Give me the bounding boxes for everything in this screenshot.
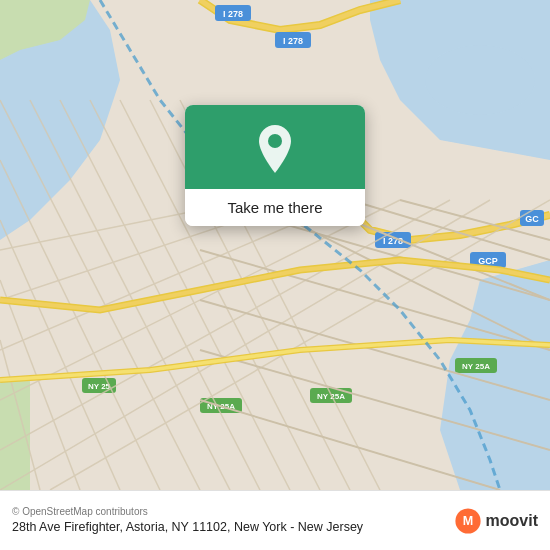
svg-text:NY 25A: NY 25A: [462, 362, 490, 371]
location-pin-icon: [253, 123, 297, 175]
location-address: 28th Ave Firefighter, Astoria, NY 11102,…: [12, 519, 444, 536]
moovit-label: moovit: [486, 512, 538, 530]
location-popup: Take me there: [185, 105, 365, 226]
osm-attribution: © OpenStreetMap contributors: [12, 506, 444, 517]
map-background: I 278 I 278 I 278 GCP GC NY 25 NY 25A NY…: [0, 0, 550, 490]
take-me-there-button[interactable]: Take me there: [185, 189, 365, 226]
svg-text:GCP: GCP: [478, 256, 498, 266]
bottom-info-bar: © OpenStreetMap contributors 28th Ave Fi…: [0, 490, 550, 550]
svg-point-52: [268, 134, 282, 148]
svg-text:I 278: I 278: [283, 36, 303, 46]
map-view[interactable]: I 278 I 278 I 278 GCP GC NY 25 NY 25A NY…: [0, 0, 550, 490]
svg-text:M: M: [462, 514, 473, 528]
svg-text:I 278: I 278: [223, 9, 243, 19]
address-section: © OpenStreetMap contributors 28th Ave Fi…: [12, 506, 444, 536]
svg-point-3: [425, 45, 535, 115]
popup-header: [185, 105, 365, 189]
moovit-logo: M moovit: [454, 507, 538, 535]
svg-text:GC: GC: [525, 214, 539, 224]
moovit-icon: M: [454, 507, 482, 535]
